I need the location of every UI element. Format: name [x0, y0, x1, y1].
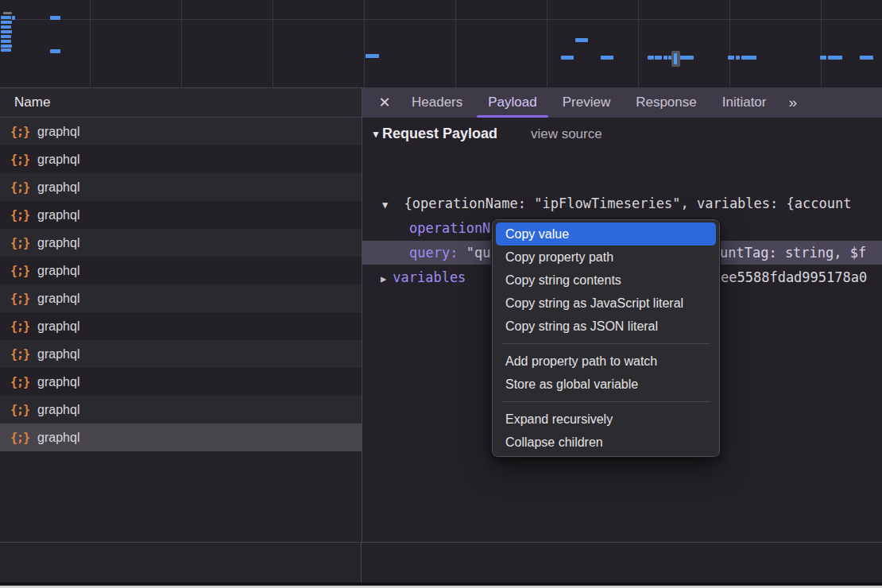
request-name-label: graphql: [37, 375, 79, 389]
request-row[interactable]: {;}graphql: [0, 284, 362, 312]
timeline-gridline: [638, 0, 639, 87]
request-name-label: graphql: [37, 125, 79, 139]
timeline-request-bar: [12, 16, 15, 20]
request-name-label: graphql: [37, 347, 79, 362]
timeline-request-bar: [1, 30, 12, 33]
payload-root-preview-text: {operationName: "ipFlowTimeseries", vari…: [404, 195, 851, 211]
request-row[interactable]: {;}graphql: [0, 173, 362, 201]
timeline-request-bar: [655, 56, 662, 60]
json-braces-icon: {;}: [10, 208, 29, 222]
timeline-request-bar: [741, 56, 756, 60]
payload-root-preview-row[interactable]: ▼ {operationName: "ipFlowTimeseries", va…: [362, 191, 882, 215]
timeline-request-bar: [1, 40, 11, 43]
json-braces-icon: {;}: [10, 375, 29, 389]
request-row[interactable]: {;}graphql: [0, 201, 362, 229]
menu-separator: [502, 343, 710, 344]
tab-headers[interactable]: Headers: [407, 87, 467, 118]
property-key: query:: [409, 245, 466, 261]
menu-separator: [502, 401, 710, 402]
request-payload-section-header[interactable]: ▼ Request Payload view source: [371, 126, 602, 142]
network-request-list-panel: Name {;}graphql{;}graphql{;}graphql{;}gr…: [0, 87, 362, 542]
menu-item-copy-value[interactable]: Copy value: [496, 222, 716, 246]
timeline-request-bar: [1, 21, 12, 24]
request-row[interactable]: {;}graphql: [0, 257, 362, 284]
timeline-request-bar: [366, 54, 379, 58]
tab-preview[interactable]: Preview: [558, 87, 615, 118]
request-row[interactable]: {;}graphql: [0, 312, 362, 340]
timeline-request-bar: [1, 35, 11, 38]
timeline-request-bar: [3, 12, 12, 14]
menu-item-copy-string-as-javascript-literal[interactable]: Copy string as JavaScript literal: [496, 292, 716, 315]
menu-item-expand-recursively[interactable]: Expand recursively: [496, 408, 716, 431]
request-name-label: graphql: [37, 292, 79, 306]
request-name-label: graphql: [37, 431, 79, 445]
timeline-request-bar: [860, 56, 873, 60]
tab-response[interactable]: Response: [631, 87, 702, 118]
timeline-gridline: [364, 0, 365, 87]
timeline-horizontal-line: [0, 19, 882, 20]
json-braces-icon: {;}: [10, 264, 29, 278]
json-braces-icon: {;}: [10, 236, 29, 250]
request-row[interactable]: {;}graphql: [0, 424, 362, 451]
menu-item-copy-string-contents[interactable]: Copy string contents: [496, 269, 716, 292]
timeline-request-bar: [680, 56, 694, 60]
json-braces-icon: {;}: [10, 403, 29, 417]
menu-item-store-as-global-variable[interactable]: Store as global variable: [496, 373, 716, 396]
close-details-button[interactable]: ✕: [370, 94, 399, 111]
request-row[interactable]: {;}graphql: [0, 229, 362, 257]
property-key: variables: [393, 269, 466, 285]
timeline-request-bar: [736, 56, 740, 60]
name-column-header[interactable]: Name: [0, 88, 362, 118]
property-value-fragment-right: ee5588fdad995178a0: [721, 265, 867, 289]
timeline-request-bar: [663, 56, 667, 60]
collapsed-triangle-icon[interactable]: ▶: [381, 273, 386, 284]
summary-bar: [0, 542, 882, 582]
timeline-request-bar: [728, 56, 734, 60]
json-braces-icon: {;}: [10, 431, 29, 445]
timeline-gridline: [273, 0, 273, 87]
json-braces-icon: {;}: [10, 180, 29, 195]
timeline-request-bar: [1, 48, 11, 52]
request-rows: {;}graphql{;}graphql{;}graphql{;}graphql…: [0, 118, 362, 451]
request-row[interactable]: {;}graphql: [0, 145, 362, 173]
menu-item-copy-property-path[interactable]: Copy property path: [496, 246, 716, 269]
request-row[interactable]: {;}graphql: [0, 118, 362, 145]
timeline-request-bar: [575, 38, 588, 42]
request-row[interactable]: {;}graphql: [0, 396, 362, 424]
json-braces-icon: {;}: [10, 347, 29, 362]
timeline-request-bar: [1, 44, 12, 48]
tab-initiator[interactable]: Initiator: [718, 87, 772, 118]
menu-item-add-property-path-to-watch[interactable]: Add property path to watch: [496, 350, 716, 373]
name-column-label: Name: [14, 95, 50, 110]
timeline-request-bar: [828, 56, 842, 60]
request-payload-title: Request Payload: [382, 126, 497, 142]
timeline-request-bar: [601, 56, 613, 60]
request-row[interactable]: {;}graphql: [0, 340, 362, 368]
details-tab-bar: ✕ HeadersPayloadPreviewResponseInitiator…: [362, 87, 882, 118]
more-tabs-chevron-icon[interactable]: »: [788, 94, 795, 111]
json-braces-icon: {;}: [10, 153, 29, 167]
request-name-label: graphql: [37, 236, 79, 250]
menu-item-copy-string-as-json-literal[interactable]: Copy string as JSON literal: [496, 315, 716, 338]
json-braces-icon: {;}: [10, 319, 29, 334]
timeline-request-bar: [50, 16, 60, 20]
timeline-request-bar: [648, 56, 654, 60]
request-row[interactable]: {;}graphql: [0, 368, 362, 396]
tab-payload[interactable]: Payload: [483, 87, 541, 118]
view-source-link[interactable]: view source: [531, 126, 602, 142]
collapse-triangle-icon[interactable]: ▼: [371, 129, 381, 140]
expanded-triangle-icon[interactable]: ▼: [382, 199, 388, 211]
timeline-gridline: [547, 0, 547, 87]
request-name-label: graphql: [37, 264, 79, 278]
timeline-gridline: [90, 0, 91, 87]
timeline-request-bar: [50, 49, 60, 53]
menu-item-collapse-children[interactable]: Collapse children: [496, 431, 716, 454]
network-overview-timeline[interactable]: [0, 0, 882, 87]
summary-bar-left: [0, 543, 362, 582]
request-name-label: graphql: [37, 153, 79, 167]
timeline-request-bar: [1, 16, 11, 19]
request-name-label: graphql: [37, 319, 79, 334]
property-value-fragment-left: "qu: [466, 245, 491, 261]
json-braces-icon: {;}: [10, 125, 29, 139]
timeline-gridline: [181, 0, 182, 87]
